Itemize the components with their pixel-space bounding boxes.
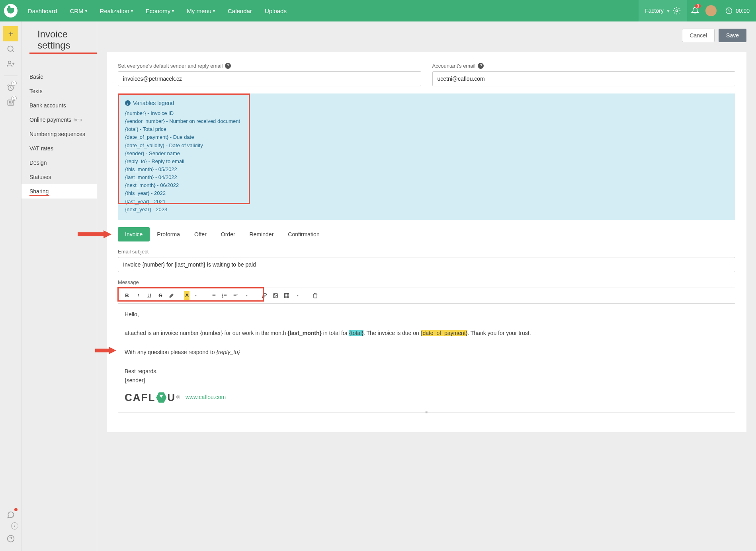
resize-handle[interactable]: ≡ (421, 411, 433, 413)
user-plus-icon (7, 60, 15, 68)
table-icon (284, 293, 289, 298)
add-user-button[interactable] (3, 56, 18, 72)
top-navigation: Dashboard CRM▾ Realization▾ Economy▾ My … (0, 0, 756, 21)
nav-economy[interactable]: Economy▾ (139, 0, 181, 21)
sidebar-item-bank-accounts[interactable]: Bank accounts (21, 98, 97, 113)
image-button[interactable] (271, 291, 280, 300)
sidebar-item-vat-rates[interactable]: VAT rates (21, 141, 97, 156)
svg-point-0 (676, 10, 678, 12)
page-actions: Cancel Save (107, 29, 746, 42)
sidebar-item-label: Online payments (29, 117, 71, 123)
nav-items: Dashboard CRM▾ Realization▾ Economy▾ My … (21, 0, 293, 21)
annotation-arrow-icon (76, 230, 111, 239)
chevron-down-icon: ▾ (297, 294, 299, 297)
nav-dashboard[interactable]: Dashboard (21, 0, 63, 21)
nav-label: CRM (70, 8, 83, 14)
svg-point-9 (274, 294, 275, 295)
nav-calendar[interactable]: Calendar (221, 0, 258, 21)
nav-crm[interactable]: CRM▾ (63, 0, 93, 21)
email-subject-input[interactable] (118, 257, 735, 272)
sidebar-item-texts[interactable]: Texts (21, 84, 97, 98)
clear-format-button[interactable] (167, 291, 176, 300)
sidebar-item-sharing[interactable]: Sharing (21, 184, 97, 199)
chat-icon (7, 511, 15, 519)
caflou-link[interactable]: www.caflou.com (186, 393, 226, 402)
timer[interactable]: 00:00 (719, 0, 756, 21)
sidebar-item-numbering[interactable]: Numbering sequences (21, 127, 97, 141)
bold-button[interactable]: B (122, 291, 132, 300)
tab-proforma[interactable]: Proforma (150, 227, 187, 241)
expand-rail-button[interactable]: › (11, 522, 18, 530)
help-icon[interactable]: ? (478, 63, 484, 69)
id-card-button[interactable]: 1 (3, 95, 18, 110)
sender-email-input[interactable] (118, 71, 421, 86)
notifications-button[interactable]: 3 (687, 0, 703, 21)
variable-item: {sender} - Sender name (125, 150, 728, 158)
editor-toolbar: B I U S A ▾ (118, 288, 735, 303)
accountant-email-input[interactable] (432, 71, 736, 86)
sidebar-item-statuses[interactable]: Statuses (21, 170, 97, 184)
text-highlight: {total} (349, 330, 363, 336)
sidebar-item-basic[interactable]: Basic (21, 70, 97, 84)
help-button[interactable] (3, 531, 18, 546)
factory-dropdown[interactable]: Factory ▾ (639, 0, 687, 21)
nav-uploads[interactable]: Uploads (258, 0, 293, 21)
message-label: Message (118, 279, 735, 285)
tab-order[interactable]: Order (214, 227, 242, 241)
gear-icon (673, 7, 681, 15)
tab-confirmation[interactable]: Confirmation (281, 227, 326, 241)
delete-button[interactable] (311, 291, 320, 300)
chevron-down-icon: ▾ (246, 294, 248, 297)
underline-button[interactable]: U (145, 291, 154, 300)
variable-item: {number} - Invoice ID (125, 109, 728, 117)
tab-invoice[interactable]: Invoice (118, 227, 150, 241)
search-button[interactable] (3, 41, 18, 56)
italic-button[interactable]: I (133, 291, 143, 300)
sidebar-item-label: Numbering sequences (29, 131, 85, 137)
variable-item: {last_month} - 04/2022 (125, 173, 728, 181)
text-color-button[interactable]: A (184, 291, 189, 300)
message-editor[interactable]: Hello, attached is an invoice number {nu… (118, 303, 735, 413)
align-dropdown[interactable]: ▾ (242, 291, 252, 300)
info-icon: i (125, 100, 131, 106)
variable-item: {vendor_number} - Number on received doc… (125, 117, 728, 125)
app-logo[interactable] (0, 0, 21, 21)
left-rail: 1 1 › (0, 21, 21, 551)
table-dropdown[interactable]: ▾ (293, 291, 303, 300)
help-icon[interactable]: ? (225, 63, 231, 69)
variable-item: {this_year} - 2022 (125, 189, 728, 197)
align-button[interactable] (231, 291, 240, 300)
link-button[interactable] (260, 291, 269, 300)
nav-my-menu[interactable]: My menu▾ (180, 0, 221, 21)
sidebar-item-design[interactable]: Design (21, 156, 97, 170)
chevron-down-icon: ▾ (213, 9, 215, 13)
svg-rect-10 (285, 294, 289, 298)
notification-badge: 3 (695, 4, 701, 8)
variable-item: {last_year} - 2021 (125, 198, 728, 206)
ordered-list-button[interactable] (220, 291, 229, 300)
table-button[interactable] (282, 291, 291, 300)
tab-label: Offer (194, 231, 207, 238)
tab-offer[interactable]: Offer (187, 227, 214, 241)
text-color-dropdown[interactable]: ▾ (191, 291, 201, 300)
accountant-email-label: Accountant's email ? (432, 63, 736, 69)
list-ol-icon (222, 293, 227, 298)
user-avatar[interactable] (703, 0, 719, 21)
sidebar-item-online-payments[interactable]: Online paymentsbeta (21, 113, 97, 127)
clock-icon (725, 7, 733, 14)
annotation-arrow-icon (94, 346, 116, 355)
save-button[interactable]: Save (719, 29, 746, 42)
cancel-button[interactable]: Cancel (682, 29, 715, 42)
sidebar-item-label: Design (29, 160, 47, 166)
strikethrough-button[interactable]: S (156, 291, 165, 300)
variable-item: {date_of_payment} - Due date (125, 133, 728, 141)
chat-button[interactable] (3, 507, 18, 522)
nav-realization[interactable]: Realization▾ (94, 0, 139, 21)
tab-reminder[interactable]: Reminder (242, 227, 281, 241)
alarm-button[interactable]: 1 (3, 80, 18, 95)
nav-label: Calendar (228, 8, 252, 14)
sidebar-item-label: Texts (29, 88, 43, 94)
add-button[interactable] (3, 26, 18, 41)
variable-item: {total} - Total price (125, 125, 728, 133)
unordered-list-button[interactable] (209, 291, 218, 300)
